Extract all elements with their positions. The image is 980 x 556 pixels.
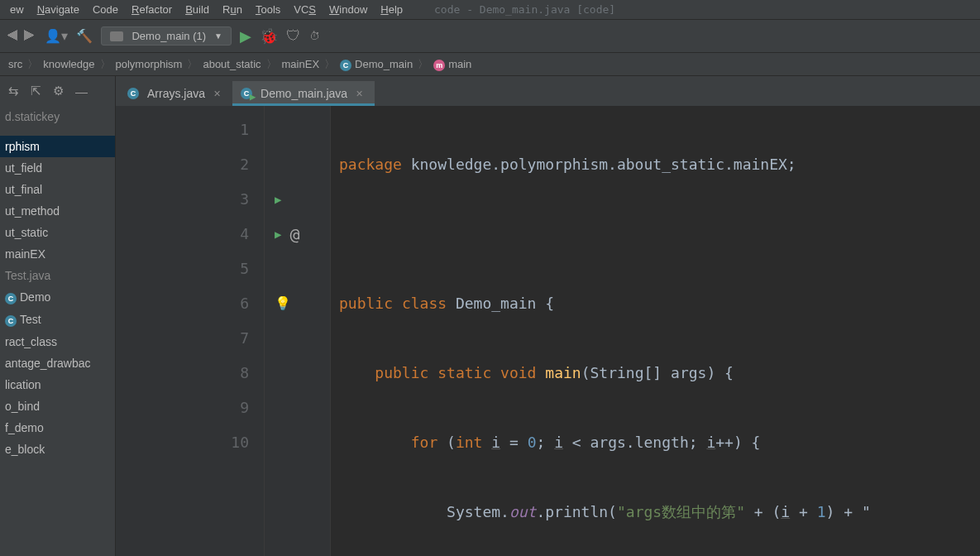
- tree-node-label: antage_drawbac: [5, 357, 91, 370]
- tree-node[interactable]: ut_final: [0, 179, 115, 200]
- tree-node-label: o_bind: [5, 400, 40, 413]
- class-icon: C: [5, 293, 17, 304]
- line-number[interactable]: 3: [116, 182, 249, 217]
- build-icon[interactable]: 🔨: [76, 28, 93, 44]
- tree-node-label: f_demo: [5, 421, 44, 434]
- tree-node-label: ut_field: [5, 161, 42, 175]
- gutter-markers: ▶ ▶@ 💡: [265, 106, 331, 556]
- project-sidebar: ⇆ ⇱ ⚙ — d.statickey rphismut_fieldut_fin…: [0, 76, 116, 556]
- user-icon[interactable]: 👤▾: [45, 28, 68, 44]
- crumb-polymorphism[interactable]: polymorphism: [112, 58, 186, 70]
- line-number[interactable]: 6: [116, 286, 249, 321]
- tree-node[interactable]: ut_static: [0, 222, 115, 243]
- menu-window[interactable]: Window: [323, 2, 374, 17]
- menu-navigate[interactable]: Navigate: [31, 2, 86, 17]
- main-toolbar: ⯇ ⯈ 👤▾ 🔨 Demo_main (1) ▼ ▶ 🐞 🛡 ⏱: [0, 20, 980, 53]
- crumb-src[interactable]: src: [5, 58, 26, 70]
- run-config-selector[interactable]: Demo_main (1) ▼: [101, 26, 232, 46]
- tree-node[interactable]: e_block: [0, 439, 115, 460]
- tab-label: Arrays.java: [147, 87, 205, 100]
- tree-node[interactable]: ut_field: [0, 157, 115, 179]
- crumb-about-static[interactable]: about_static: [199, 58, 264, 70]
- class-icon: ▶C: [241, 88, 252, 99]
- tab-label: Demo_main.java: [261, 87, 347, 100]
- tree-node[interactable]: f_demo: [0, 417, 115, 439]
- tab-arrays[interactable]: C Arrays.java ✕: [119, 81, 232, 106]
- tree-node[interactable]: rphism: [0, 136, 115, 157]
- tree-node-label: ract_class: [5, 335, 57, 348]
- intention-bulb-icon[interactable]: 💡: [275, 286, 291, 321]
- collapse-icon[interactable]: ⇱: [31, 84, 41, 98]
- menu-refactor[interactable]: Refactor: [125, 2, 179, 17]
- tree-node[interactable]: o_bind: [0, 395, 115, 417]
- editor-area: C Arrays.java ✕ ▶C Demo_main.java ✕ 1 2 …: [116, 76, 980, 556]
- settings-icon[interactable]: ⚙: [53, 84, 64, 98]
- hide-icon[interactable]: —: [75, 84, 88, 98]
- tree-node[interactable]: mainEX: [0, 243, 115, 265]
- run-line-icon[interactable]: ▶: [275, 182, 281, 217]
- line-number[interactable]: 5: [116, 252, 249, 286]
- tree-node[interactable]: ract_class: [0, 331, 115, 352]
- crumb-knowledge[interactable]: knowledge: [40, 58, 98, 70]
- tree-node[interactable]: CDemo: [0, 286, 115, 309]
- menu-code[interactable]: Code: [86, 2, 125, 17]
- config-icon: [110, 31, 123, 41]
- menu-build[interactable]: Build: [179, 2, 216, 17]
- method-icon: m: [433, 60, 445, 71]
- tree-node-label: mainEX: [5, 247, 45, 261]
- class-icon: C: [5, 315, 17, 327]
- tab-demo-main[interactable]: ▶C Demo_main.java ✕: [232, 81, 375, 106]
- tree-node[interactable]: d.statickey: [0, 106, 115, 127]
- menu-tools[interactable]: Tools: [249, 2, 287, 17]
- coverage-icon[interactable]: 🛡: [286, 27, 301, 45]
- project-toolbar: ⇆ ⇱ ⚙ —: [0, 76, 115, 106]
- tree-node-label: lication: [5, 378, 41, 391]
- line-number[interactable]: 10: [116, 425, 249, 460]
- nav-arrows[interactable]: ⯇ ⯈: [7, 29, 36, 44]
- override-icon[interactable]: @: [289, 217, 299, 252]
- code-editor[interactable]: 1 2 3 4 5 6 7 8 9 10 ▶ ▶@ 💡 package kno: [116, 106, 980, 556]
- menu-view[interactable]: ew: [3, 2, 31, 17]
- line-number[interactable]: 7: [116, 321, 249, 356]
- menu-help[interactable]: Help: [374, 2, 409, 17]
- run-icon[interactable]: ▶: [240, 27, 251, 46]
- editor-tabs: C Arrays.java ✕ ▶C Demo_main.java ✕: [116, 76, 980, 106]
- line-gutter[interactable]: 1 2 3 4 5 6 7 8 9 10: [116, 106, 265, 556]
- tree-node-label: Test.java: [5, 269, 50, 282]
- tree-node-label: rphism: [5, 140, 40, 153]
- menu-run[interactable]: Run: [216, 2, 249, 17]
- tree-node[interactable]: Test.java: [0, 265, 115, 286]
- tree-node[interactable]: ut_method: [0, 200, 115, 222]
- window-title: code - Demo_main.java [code]: [434, 3, 615, 16]
- chevron-down-icon: ▼: [214, 31, 222, 41]
- crumb-method[interactable]: mmain: [430, 58, 475, 71]
- main-area: ⇆ ⇱ ⚙ — d.statickey rphismut_fieldut_fin…: [0, 76, 980, 556]
- crumb-mainex[interactable]: mainEX: [279, 58, 323, 70]
- menu-vcs[interactable]: VCS: [287, 2, 323, 17]
- tree-node-label: ut_method: [5, 204, 60, 218]
- class-icon: C: [127, 88, 139, 99]
- tree-node-label: ut_static: [5, 226, 48, 239]
- line-number[interactable]: 9: [116, 391, 249, 425]
- tree-node-label: e_block: [5, 443, 45, 456]
- crumb-class[interactable]: CDemo_main: [337, 58, 416, 71]
- tree-node[interactable]: CTest: [0, 309, 115, 331]
- project-tree[interactable]: d.statickey rphismut_fieldut_finalut_met…: [0, 106, 115, 460]
- run-config-label: Demo_main (1): [131, 30, 206, 42]
- profiler-icon[interactable]: ⏱: [309, 30, 320, 42]
- tree-node[interactable]: lication: [0, 374, 115, 395]
- line-number[interactable]: 4: [116, 217, 249, 252]
- debug-icon[interactable]: 🐞: [260, 27, 278, 46]
- scroll-from-icon[interactable]: ⇆: [8, 84, 19, 98]
- line-number[interactable]: 8: [116, 356, 249, 391]
- close-icon[interactable]: ✕: [356, 89, 363, 99]
- class-icon: C: [340, 60, 351, 71]
- line-number[interactable]: 1: [116, 113, 249, 147]
- tree-node[interactable]: antage_drawbac: [0, 352, 115, 374]
- run-line-icon[interactable]: ▶: [275, 217, 281, 252]
- tree-node-label: ut_final: [5, 183, 42, 196]
- code-content[interactable]: package knowledge.polymorphism.about_sta…: [331, 106, 871, 556]
- tree-node-label: Demo: [20, 290, 50, 304]
- line-number[interactable]: 2: [116, 147, 249, 182]
- close-icon[interactable]: ✕: [213, 89, 221, 99]
